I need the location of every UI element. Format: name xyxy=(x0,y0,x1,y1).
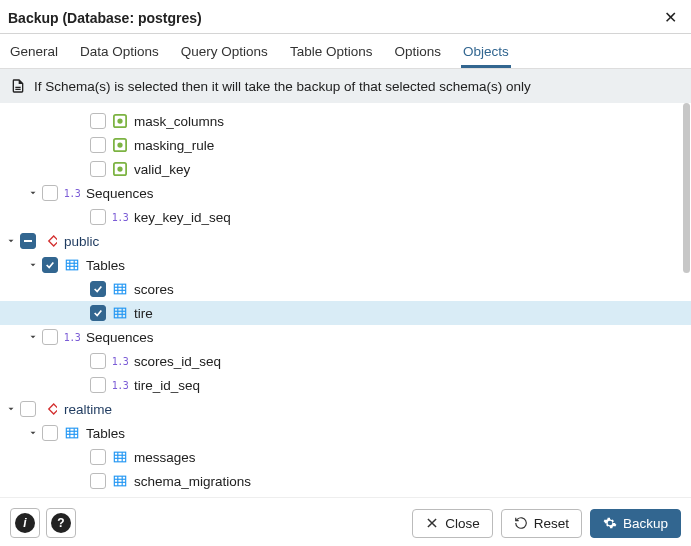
svg-point-1 xyxy=(117,118,122,123)
tree-leaf[interactable]: 1.3 key_key_id_seq xyxy=(0,205,691,229)
policy-icon xyxy=(112,137,128,153)
table-icon xyxy=(112,305,128,321)
svg-rect-17 xyxy=(114,308,125,318)
tree-group-tables[interactable]: Tables xyxy=(0,421,691,445)
help-button[interactable]: ? xyxy=(46,508,76,538)
tree-label: Tables xyxy=(86,426,125,441)
backup-button[interactable]: Backup xyxy=(590,509,681,538)
scrollbar-thumb[interactable] xyxy=(683,103,690,273)
sequence-icon: 1.3 xyxy=(64,185,80,201)
close-icon xyxy=(425,516,439,530)
checkbox[interactable] xyxy=(42,425,58,441)
tree-leaf[interactable]: messages xyxy=(0,445,691,469)
checkbox-checked[interactable] xyxy=(90,305,106,321)
sequence-icon: 1.3 xyxy=(112,209,128,225)
checkbox[interactable] xyxy=(20,401,36,417)
svg-rect-22 xyxy=(49,404,57,414)
checkbox[interactable] xyxy=(42,329,58,345)
checkbox-indeterminate[interactable] xyxy=(20,233,36,249)
tree-label: Sequences xyxy=(86,330,154,345)
tree-label: realtime xyxy=(64,402,112,417)
checkbox[interactable] xyxy=(90,137,106,153)
tree-label: scores_id_seq xyxy=(134,354,221,369)
tree-label: scores xyxy=(134,282,174,297)
tree-leaf[interactable]: 1.3 scores_id_seq xyxy=(0,349,691,373)
tree-schema-public[interactable]: public xyxy=(0,229,691,253)
tree-leaf[interactable]: subscription xyxy=(0,493,691,497)
chevron-down-icon[interactable] xyxy=(24,184,42,202)
sequence-icon: 1.3 xyxy=(64,329,80,345)
tree-label: Sequences xyxy=(86,186,154,201)
checkbox[interactable] xyxy=(90,113,106,129)
tree-label: messages xyxy=(134,450,196,465)
chevron-down-icon[interactable] xyxy=(24,256,42,274)
chevron-down-icon[interactable] xyxy=(2,400,20,418)
table-icon xyxy=(112,473,128,489)
svg-rect-12 xyxy=(114,284,125,294)
svg-rect-28 xyxy=(114,452,125,462)
close-button-label: Close xyxy=(445,516,480,531)
checkbox[interactable] xyxy=(90,161,106,177)
info-banner-text: If Schema(s) is selected then it will ta… xyxy=(34,79,531,94)
dialog-title: Backup (Database: postgres) xyxy=(8,10,202,26)
tree-label: Tables xyxy=(86,258,125,273)
tree-group-tables[interactable]: Tables xyxy=(0,253,691,277)
document-icon xyxy=(10,78,26,94)
tab-data-options[interactable]: Data Options xyxy=(78,34,161,68)
close-button[interactable]: Close xyxy=(412,509,493,538)
tab-objects[interactable]: Objects xyxy=(461,34,511,68)
tree-label: tire xyxy=(134,306,153,321)
info-banner: If Schema(s) is selected then it will ta… xyxy=(0,69,691,103)
tree-schema-realtime[interactable]: realtime xyxy=(0,397,691,421)
checkbox-checked[interactable] xyxy=(90,281,106,297)
tree-leaf[interactable]: 1.3 tire_id_seq xyxy=(0,373,691,397)
close-icon[interactable]: ✕ xyxy=(660,8,681,27)
table-icon xyxy=(64,425,80,441)
footer: i ? Close Reset Backup xyxy=(0,497,691,546)
reset-icon xyxy=(514,516,528,530)
reset-button[interactable]: Reset xyxy=(501,509,582,538)
tab-query-options[interactable]: Query Options xyxy=(179,34,270,68)
tree-label: schema_migrations xyxy=(134,474,251,489)
tree-group-sequences[interactable]: 1.3 Sequences xyxy=(0,325,691,349)
tree-container[interactable]: mask_columns masking_rule valid_key 1.3 … xyxy=(0,103,691,497)
checkbox[interactable] xyxy=(90,209,106,225)
tab-general[interactable]: General xyxy=(8,34,60,68)
table-icon xyxy=(112,281,128,297)
tree-leaf-selected[interactable]: tire xyxy=(0,301,691,325)
checkbox-checked[interactable] xyxy=(42,257,58,273)
chevron-down-icon[interactable] xyxy=(24,424,42,442)
sequence-icon: 1.3 xyxy=(112,377,128,393)
checkbox[interactable] xyxy=(90,449,106,465)
tree-leaf[interactable]: masking_rule xyxy=(0,133,691,157)
schema-icon xyxy=(42,401,58,417)
sequence-icon: 1.3 xyxy=(112,353,128,369)
checkbox[interactable] xyxy=(90,377,106,393)
tab-bar: General Data Options Query Options Table… xyxy=(0,34,691,69)
tree-leaf[interactable]: scores xyxy=(0,277,691,301)
checkbox[interactable] xyxy=(90,473,106,489)
policy-icon xyxy=(112,113,128,129)
chevron-down-icon[interactable] xyxy=(24,328,42,346)
tree-leaf[interactable]: schema_migrations xyxy=(0,469,691,493)
gear-icon xyxy=(603,516,617,530)
checkbox[interactable] xyxy=(90,353,106,369)
table-icon xyxy=(64,257,80,273)
table-icon xyxy=(112,449,128,465)
tree-label: key_key_id_seq xyxy=(134,210,231,225)
tab-options[interactable]: Options xyxy=(392,34,443,68)
tree-leaf[interactable]: valid_key xyxy=(0,157,691,181)
reset-button-label: Reset xyxy=(534,516,569,531)
info-button[interactable]: i xyxy=(10,508,40,538)
tab-table-options[interactable]: Table Options xyxy=(288,34,375,68)
tree-label: tire_id_seq xyxy=(134,378,200,393)
tree-leaf[interactable]: mask_columns xyxy=(0,109,691,133)
policy-icon xyxy=(112,161,128,177)
svg-point-3 xyxy=(117,142,122,147)
svg-rect-23 xyxy=(66,428,77,438)
checkbox[interactable] xyxy=(42,185,58,201)
tree-group-sequences[interactable]: 1.3 Sequences xyxy=(0,181,691,205)
chevron-down-icon[interactable] xyxy=(2,232,20,250)
schema-icon xyxy=(42,233,58,249)
svg-rect-33 xyxy=(114,476,125,486)
